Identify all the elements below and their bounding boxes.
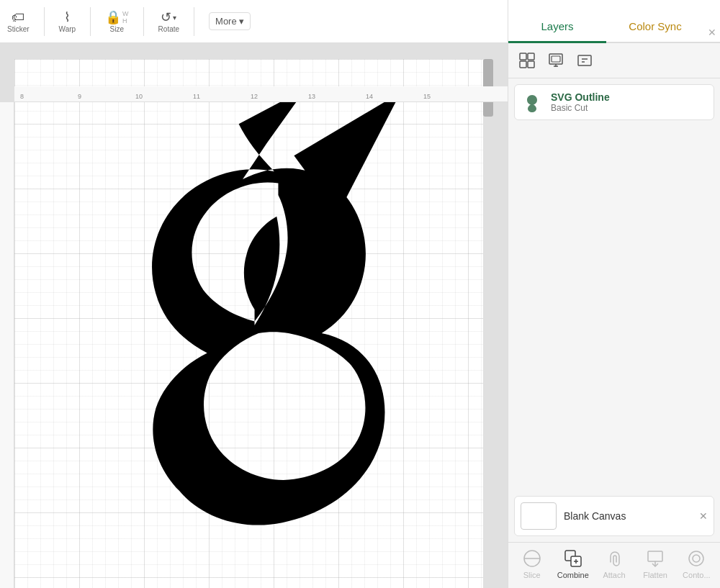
size-tool[interactable]: 🔒 WH Size	[105, 9, 129, 33]
scrollbar[interactable]	[483, 59, 493, 588]
contour-label: Conto...	[683, 571, 711, 579]
more-button[interactable]: More ▾	[209, 12, 251, 30]
flatten-icon	[645, 548, 665, 569]
blank-canvas-section: Blank Canvas ✕	[508, 490, 720, 542]
ruler-numbers: 8 9 10 11 12 13 14 15	[14, 86, 508, 101]
warp-tool[interactable]: ⌇ Warp	[59, 9, 76, 33]
flatten-action[interactable]: Flatten	[638, 548, 672, 579]
attach-icon	[604, 548, 624, 569]
more-label: More	[215, 16, 237, 27]
toolbar: 🏷 Sticker ⌇ Warp 🔒 WH Size ↺ ▾ Rotate Mo…	[0, 0, 508, 43]
layer-info: SVG Outline Basic Cut	[551, 91, 708, 113]
layer-item[interactable]: SVG Outline Basic Cut	[514, 84, 714, 120]
combine-action[interactable]: Combine	[556, 548, 590, 579]
panel-icon-toolbar	[508, 43, 720, 78]
sticker-label: Sticker	[7, 25, 30, 33]
svg-rect-17	[648, 551, 662, 561]
svg-rect-1	[528, 53, 534, 60]
layer-name: SVG Outline	[551, 91, 708, 103]
more-chevron-icon: ▾	[239, 16, 244, 27]
blank-canvas-close-button[interactable]: ✕	[699, 510, 708, 522]
contour-icon	[686, 548, 706, 569]
warp-label: Warp	[59, 25, 76, 33]
panel-close-button[interactable]: ✕	[704, 23, 720, 42]
blank-canvas-item[interactable]: Blank Canvas ✕	[514, 496, 714, 536]
divider-1	[44, 7, 45, 36]
rotate-tool[interactable]: ↺ ▾ Rotate	[158, 9, 179, 33]
layer-thumbnail	[521, 91, 544, 114]
slice-action[interactable]: Slice	[515, 548, 549, 579]
slice-label: Slice	[523, 571, 541, 579]
slice-icon	[522, 548, 542, 569]
ruler-top: 8 9 10 11 12 13 14 15	[14, 86, 508, 102]
monogram-svg	[58, 81, 475, 570]
tab-layers[interactable]: Layers	[508, 13, 606, 43]
flatten-label: Flatten	[643, 571, 667, 579]
svg-rect-3	[528, 61, 534, 68]
combine-label: Combine	[557, 571, 589, 579]
blank-canvas-label: Blank Canvas	[564, 510, 626, 522]
canvas-area[interactable]: 8 9 10 11 12 13 14 15	[0, 43, 508, 588]
svg-rect-2	[520, 61, 526, 68]
attach-label: Attach	[603, 571, 625, 579]
divider-2	[90, 7, 91, 36]
svg-point-19	[689, 551, 703, 566]
svg-rect-5	[552, 56, 560, 62]
divider-4	[194, 7, 194, 36]
rotate-label: Rotate	[158, 25, 179, 33]
svg-point-20	[693, 555, 700, 562]
panel-bottom-actions: Slice Combine Attach	[508, 542, 720, 588]
layer-type: Basic Cut	[551, 103, 708, 113]
divider-3	[143, 7, 144, 36]
size-label: Size	[110, 25, 124, 33]
svg-rect-0	[520, 53, 526, 60]
grid-canvas[interactable]	[14, 59, 493, 588]
combine-icon	[563, 548, 583, 569]
add-layer-icon-btn[interactable]	[544, 49, 567, 72]
svg-rect-8	[578, 55, 591, 65]
contour-action[interactable]: Conto...	[679, 548, 714, 579]
attach-action[interactable]: Attach	[597, 548, 631, 579]
right-panel: Layers Color Sync ✕	[508, 0, 720, 588]
panel-tabs: Layers Color Sync ✕	[508, 0, 720, 43]
blank-canvas-thumbnail	[521, 502, 557, 530]
group-icon-btn[interactable]	[516, 49, 539, 72]
ruler-left	[0, 102, 14, 588]
tab-color-sync[interactable]: Color Sync	[606, 13, 704, 43]
delete-layer-icon-btn[interactable]	[573, 49, 596, 72]
sticker-tool[interactable]: 🏷 Sticker	[7, 10, 30, 33]
layers-list: SVG Outline Basic Cut	[508, 78, 720, 490]
